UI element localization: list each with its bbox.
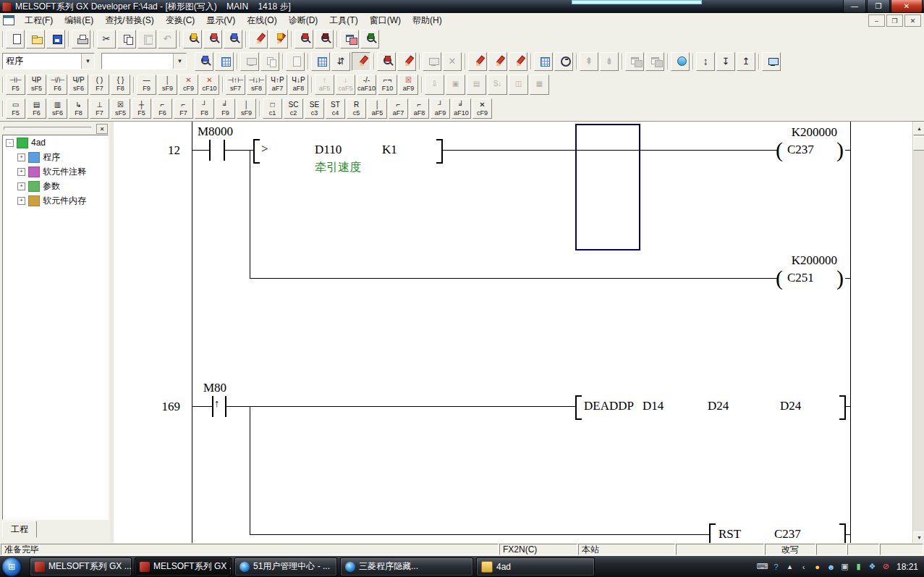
qq-icon[interactable]: ● <box>811 560 823 573</box>
find-device-button[interactable] <box>203 30 222 49</box>
sfc-end-button[interactable]: ⊥F7 <box>90 98 109 119</box>
sfc-arail4-button[interactable]: ╛aF10 <box>452 98 471 119</box>
find-button[interactable] <box>183 30 202 49</box>
project-data-list-button[interactable] <box>215 52 234 71</box>
hline-button[interactable]: —F9 <box>137 75 156 95</box>
read-mode-button[interactable]: ⇵ <box>331 52 350 71</box>
parallel-rising-button[interactable]: Ч↑РaF7 <box>268 75 287 95</box>
sfc-box-button[interactable]: ▭F5 <box>6 98 25 119</box>
find-contact-button[interactable] <box>195 52 213 71</box>
menu-item-h[interactable]: 帮助(H) <box>407 13 448 28</box>
ladder-view-button[interactable] <box>311 52 330 71</box>
circle-find-button[interactable] <box>360 30 379 49</box>
sfc-rail4-button[interactable]: ╛F9 <box>216 98 235 119</box>
delete-hline-button[interactable]: ✕cF9 <box>179 75 198 95</box>
tree-node-project-root[interactable]: -4ad <box>3 135 108 150</box>
data-name-combobox[interactable]: ▼ <box>101 53 187 70</box>
tray-chevron-icon[interactable]: ‹ <box>797 560 810 573</box>
monitor-write-button[interactable] <box>397 52 416 71</box>
copy-button[interactable] <box>117 30 136 49</box>
sfc-arail1-button[interactable]: ⌐aF7 <box>389 98 408 119</box>
start-button[interactable]: ⊞ <box>2 557 21 576</box>
ladder-editor[interactable]: 12 M8000 > D110 K1 牵引速度 K200000 ( C237 )… <box>114 122 924 544</box>
sfc-se-button[interactable]: SEc3 <box>305 98 324 119</box>
comment-edit-button[interactable] <box>249 30 268 49</box>
remote-monitor-button[interactable] <box>762 52 781 71</box>
delete-edge-button[interactable]: ☒aF9 <box>399 75 418 95</box>
open-contact-button[interactable]: ⊣⊢F5 <box>6 75 25 95</box>
sfc-box3-button[interactable]: ▥sF6 <box>48 98 67 119</box>
tree-node-device-memory[interactable]: +软元件内存 <box>3 193 108 208</box>
volume-muted-icon[interactable]: ⊘ <box>880 560 892 573</box>
sfc-sc-button[interactable]: SCc2 <box>284 98 303 119</box>
step-insert2-button[interactable]: ↧ <box>716 52 735 71</box>
tree-node-program[interactable]: +程序 <box>3 150 108 164</box>
mdi-restore-button[interactable]: ❐ <box>886 14 903 27</box>
scroll-up-icon[interactable]: ▲ <box>913 122 924 135</box>
edit-contact-button[interactable] <box>509 52 527 71</box>
monitor-mode-button[interactable] <box>377 52 396 71</box>
tray-expand-icon[interactable]: ▴ <box>784 560 796 573</box>
sfc-st-button[interactable]: STc4 <box>326 98 345 119</box>
sfc-rail2-button[interactable]: ⌐F7 <box>174 98 193 119</box>
sfc-rail3-button[interactable]: ┘F8 <box>195 98 214 119</box>
entry-monitor-button[interactable] <box>671 52 690 71</box>
coil-button[interactable]: ( )F7 <box>90 75 109 95</box>
convert-edge-button[interactable]: ⌐¬F10 <box>378 75 397 95</box>
sfc-delete-button[interactable]: ✕cF9 <box>472 98 492 119</box>
vline-button[interactable]: │sF9 <box>158 75 177 95</box>
dock-strip[interactable]: ✕ <box>2 124 108 132</box>
scrollbar-thumb[interactable] <box>913 136 924 151</box>
parallel-closed-button[interactable]: Ч/РsF6 <box>69 75 88 95</box>
sfc-dummy-button[interactable]: ☒sF5 <box>111 98 130 119</box>
tree-node-parameter-expander[interactable]: + <box>17 182 25 190</box>
mdi-minimize-button[interactable]: – <box>868 14 885 27</box>
menu-item-f[interactable]: 工程(F) <box>19 13 59 28</box>
menu-item-e[interactable]: 编辑(E) <box>59 13 99 28</box>
sfc-vline-button[interactable]: │sF9 <box>237 98 256 119</box>
sfc-box2-button[interactable]: ▤F6 <box>27 98 46 119</box>
sfc-jump-button[interactable]: ↳F8 <box>69 98 88 119</box>
mdi-close-button[interactable]: ✕ <box>904 14 921 27</box>
sfc-arail2-button[interactable]: ⌐aF8 <box>410 98 429 119</box>
close-button[interactable]: ✕ <box>891 0 923 13</box>
parallel-contact-button[interactable]: ЧРsF5 <box>27 75 46 95</box>
cascade-window-button[interactable] <box>340 30 359 49</box>
sfc-cross-button[interactable]: ┼F5 <box>132 98 151 119</box>
battery-icon[interactable]: ▮ <box>852 560 865 573</box>
help-icon[interactable]: ? <box>770 560 782 573</box>
application-instr-button[interactable]: { }F8 <box>111 75 130 95</box>
combo-dropdown-icon[interactable]: ▼ <box>81 54 94 69</box>
step-insert-button[interactable]: ↨ <box>696 52 715 71</box>
tree-node-device-memory-expander[interactable]: + <box>17 197 25 205</box>
closed-contact-button[interactable]: ⊣/⊢F6 <box>48 75 67 95</box>
zoom-out-button[interactable] <box>294 30 313 49</box>
menu-item-c[interactable]: 变换(C) <box>160 13 201 28</box>
save-button[interactable] <box>46 30 65 49</box>
program-check-button[interactable] <box>534 52 553 71</box>
sfc-avline-button[interactable]: │aF5 <box>368 98 387 119</box>
scroll-down-icon[interactable]: ▼ <box>913 531 924 544</box>
sfc-r-button[interactable]: Rc5 <box>347 98 366 119</box>
project-tab[interactable]: 工程 <box>2 521 37 538</box>
display-icon[interactable]: ▣ <box>839 560 851 573</box>
sfc-rail1-button[interactable]: ⌐F6 <box>153 98 172 119</box>
tree-node-device-comment-expander[interactable]: + <box>17 168 25 176</box>
sfc-arail3-button[interactable]: ┘aF9 <box>431 98 450 119</box>
zoom-in-button[interactable] <box>315 30 334 49</box>
combo-dropdown-icon[interactable]: ▼ <box>173 54 186 69</box>
task-melsoft-1[interactable]: MELSOFT系列 GX ... <box>30 557 132 576</box>
falling-pulse-button[interactable]: ⊣↓⊢sF8 <box>247 75 266 95</box>
delete-vline-button[interactable]: ✕cF10 <box>200 75 219 95</box>
sfc-select-button[interactable]: □c1 <box>263 98 282 119</box>
menu-item-w[interactable]: 窗口(W) <box>364 13 407 28</box>
mdi-child-icon[interactable] <box>3 15 14 25</box>
clock-setting-button[interactable] <box>554 52 573 71</box>
edit-ladder-button[interactable] <box>488 52 507 71</box>
step-delete-button[interactable]: ↥ <box>737 52 755 71</box>
panel-close-icon[interactable]: ✕ <box>96 124 108 134</box>
data-type-combobox[interactable]: 程序 ▼ <box>2 53 95 70</box>
user-icon[interactable]: ☻ <box>825 560 837 573</box>
vertical-scrollbar[interactable]: ▲ ▼ <box>912 122 924 544</box>
find-replace-button[interactable] <box>224 30 242 49</box>
